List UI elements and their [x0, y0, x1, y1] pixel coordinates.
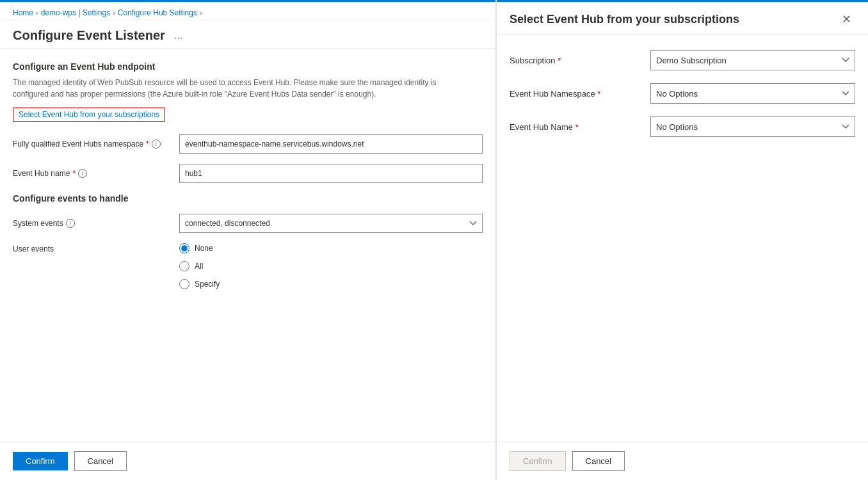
namespace-dropdown[interactable]: No Options — [650, 83, 855, 104]
left-header: Configure Event Listener ... — [0, 20, 495, 49]
subscription-label: Subscription * — [510, 56, 650, 65]
radio-specify-input[interactable] — [179, 279, 189, 289]
left-confirm-button[interactable]: Confirm — [13, 452, 68, 470]
right-hub-name-label: Event Hub Name * — [510, 122, 650, 132]
system-events-row: System events i connected, disconnected — [13, 214, 483, 233]
namespace-info-icon[interactable]: i — [152, 140, 161, 148]
radio-none-label: None — [195, 244, 213, 253]
breadcrumb-sep-2: › — [113, 9, 115, 17]
radio-none-option[interactable]: None — [179, 243, 220, 253]
user-events-label: User events — [13, 243, 179, 289]
ellipsis-button[interactable]: ... — [170, 29, 186, 43]
namespace-label: Fully qualified Event Hubs namespace * i — [13, 140, 179, 148]
breadcrumb-sep-1: › — [36, 9, 38, 17]
system-events-label: System events i — [13, 219, 179, 228]
user-events-radio-group: None All Specify — [179, 243, 220, 289]
select-event-hub-link[interactable]: Select Event Hub from your subscriptions — [13, 108, 165, 122]
right-hub-name-required: * — [575, 122, 579, 132]
endpoint-description: The managed identity of Web PubSub resou… — [13, 77, 461, 100]
hub-name-required: * — [72, 169, 76, 178]
right-namespace-row: Event Hub Namespace * No Options — [510, 83, 855, 104]
hub-name-input[interactable] — [179, 164, 483, 183]
left-cancel-button[interactable]: Cancel — [74, 451, 127, 471]
right-cancel-button[interactable]: Cancel — [572, 451, 625, 471]
right-panel-title: Select Event Hub from your subscriptions — [510, 13, 739, 26]
subscription-row: Subscription * Demo Subscription — [510, 50, 855, 70]
hub-name-info-icon[interactable]: i — [78, 169, 87, 178]
namespace-required: * — [146, 140, 149, 148]
page-title: Configure Event Listener — [13, 28, 165, 43]
radio-none-input[interactable] — [179, 243, 189, 253]
system-events-dropdown[interactable]: connected, disconnected — [179, 214, 483, 233]
radio-all-option[interactable]: All — [179, 261, 220, 271]
events-section-title: Configure events to handle — [13, 193, 483, 204]
hub-name-row: Event Hub name * i — [13, 164, 483, 183]
left-footer: Confirm Cancel — [0, 442, 495, 480]
namespace-input[interactable] — [179, 134, 483, 154]
radio-specify-label: Specify — [195, 280, 220, 289]
radio-all-label: All — [195, 262, 203, 271]
left-content: Configure an Event Hub endpoint The mana… — [0, 49, 495, 442]
right-panel: Select Event Hub from your subscriptions… — [496, 0, 868, 480]
right-namespace-label: Event Hub Namespace * — [510, 89, 650, 99]
namespace-row: Fully qualified Event Hubs namespace * i — [13, 134, 483, 154]
breadcrumb: Home › demo-wps | Settings › Configure H… — [0, 2, 495, 20]
radio-specify-option[interactable]: Specify — [179, 279, 220, 289]
right-footer: Confirm Cancel — [497, 442, 868, 480]
user-events-row: User events None All Specify — [13, 243, 483, 289]
hub-name-dropdown[interactable]: No Options — [650, 116, 855, 137]
right-close-button[interactable]: ✕ — [838, 12, 855, 26]
right-hub-name-row: Event Hub Name * No Options — [510, 116, 855, 137]
right-content: Subscription * Demo Subscription Event H… — [497, 35, 868, 442]
breadcrumb-sep-3: › — [200, 9, 202, 17]
left-panel: Home › demo-wps | Settings › Configure H… — [0, 0, 496, 480]
breadcrumb-settings[interactable]: demo-wps | Settings — [41, 8, 111, 17]
right-header: Select Event Hub from your subscriptions… — [497, 2, 868, 35]
system-events-info-icon[interactable]: i — [66, 219, 75, 228]
breadcrumb-configure[interactable]: Configure Hub Settings — [118, 8, 197, 17]
endpoint-section-title: Configure an Event Hub endpoint — [13, 61, 483, 72]
hub-name-label: Event Hub name * i — [13, 169, 179, 178]
subscription-required: * — [558, 56, 561, 65]
radio-all-input[interactable] — [179, 261, 189, 271]
right-confirm-button: Confirm — [510, 451, 566, 471]
breadcrumb-home[interactable]: Home — [13, 8, 33, 17]
subscription-dropdown[interactable]: Demo Subscription — [650, 50, 855, 70]
right-namespace-required: * — [597, 89, 600, 99]
